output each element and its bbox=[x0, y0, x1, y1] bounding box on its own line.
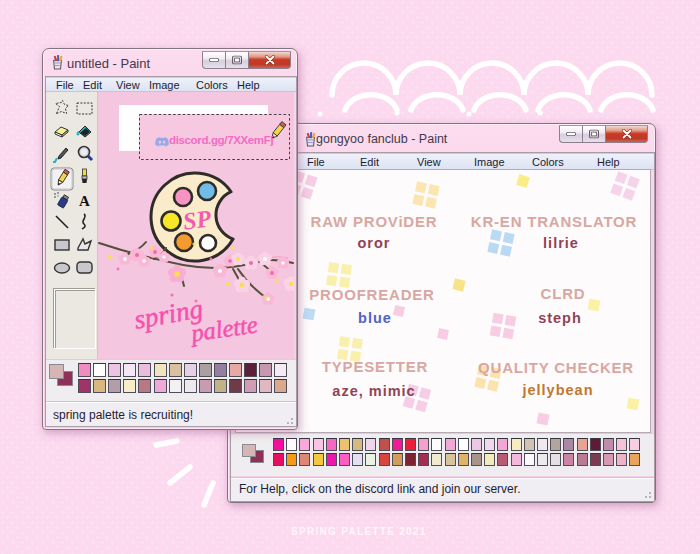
svg-text:A: A bbox=[79, 193, 90, 209]
